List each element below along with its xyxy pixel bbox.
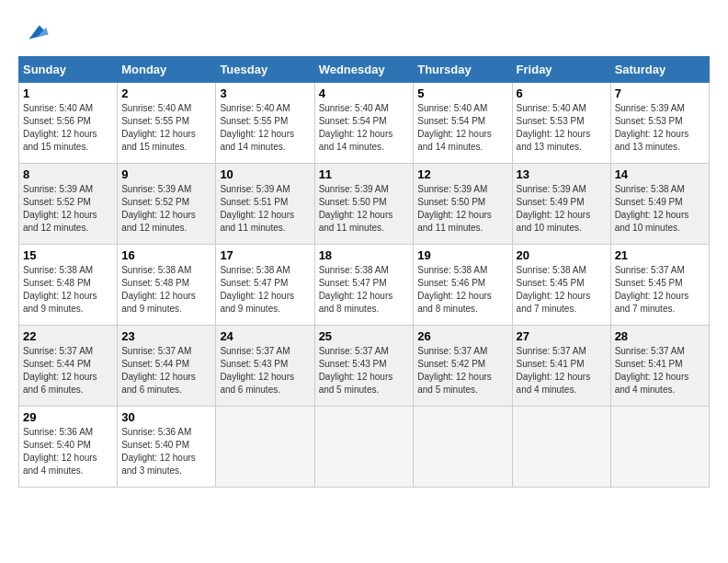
day-number: 17 <box>220 248 310 262</box>
calendar-cell: 27 Sunrise: 5:37 AM Sunset: 5:41 PM Dayl… <box>512 325 610 406</box>
day-info: Sunrise: 5:39 AM Sunset: 5:50 PM Dayligh… <box>417 183 507 235</box>
calendar-week-3: 15 Sunrise: 5:38 AM Sunset: 5:48 PM Dayl… <box>19 244 710 325</box>
weekday-header-monday: Monday <box>118 56 216 82</box>
calendar-cell: 16 Sunrise: 5:38 AM Sunset: 5:48 PM Dayl… <box>118 244 216 325</box>
calendar-cell <box>314 406 414 487</box>
calendar-cell: 24 Sunrise: 5:37 AM Sunset: 5:43 PM Dayl… <box>216 325 314 406</box>
day-info: Sunrise: 5:39 AM Sunset: 5:51 PM Dayligh… <box>220 183 310 235</box>
day-number: 30 <box>121 410 211 424</box>
day-number: 1 <box>23 86 113 100</box>
day-info: Sunrise: 5:37 AM Sunset: 5:44 PM Dayligh… <box>121 345 211 396</box>
day-info: Sunrise: 5:37 AM Sunset: 5:41 PM Dayligh… <box>517 345 607 396</box>
calendar-week-4: 22 Sunrise: 5:37 AM Sunset: 5:44 PM Dayl… <box>19 325 710 406</box>
day-info: Sunrise: 5:40 AM Sunset: 5:55 PM Dayligh… <box>220 102 310 154</box>
day-number: 10 <box>220 167 310 181</box>
calendar-cell: 9 Sunrise: 5:39 AM Sunset: 5:52 PM Dayli… <box>118 163 216 244</box>
calendar-cell: 8 Sunrise: 5:39 AM Sunset: 5:52 PM Dayli… <box>19 163 118 244</box>
day-number: 12 <box>417 167 507 181</box>
calendar-header-row: SundayMondayTuesdayWednesdayThursdayFrid… <box>19 56 710 82</box>
logo-text <box>18 18 50 51</box>
calendar-cell: 26 Sunrise: 5:37 AM Sunset: 5:42 PM Dayl… <box>414 325 512 406</box>
day-number: 25 <box>319 329 410 343</box>
calendar-cell <box>216 406 314 487</box>
day-number: 16 <box>121 248 211 262</box>
day-number: 21 <box>615 248 705 262</box>
day-info: Sunrise: 5:39 AM Sunset: 5:53 PM Dayligh… <box>615 102 705 154</box>
day-info: Sunrise: 5:38 AM Sunset: 5:49 PM Dayligh… <box>615 183 705 235</box>
day-info: Sunrise: 5:39 AM Sunset: 5:49 PM Dayligh… <box>517 183 607 235</box>
day-info: Sunrise: 5:38 AM Sunset: 5:48 PM Dayligh… <box>121 264 211 316</box>
calendar-cell <box>610 406 709 487</box>
day-number: 22 <box>23 329 113 343</box>
day-number: 23 <box>121 329 211 343</box>
day-info: Sunrise: 5:40 AM Sunset: 5:54 PM Dayligh… <box>319 102 410 154</box>
calendar-body: 1 Sunrise: 5:40 AM Sunset: 5:56 PM Dayli… <box>19 82 710 487</box>
calendar-cell: 1 Sunrise: 5:40 AM Sunset: 5:56 PM Dayli… <box>19 82 118 163</box>
day-number: 7 <box>615 86 705 100</box>
day-number: 24 <box>220 329 310 343</box>
calendar-week-1: 1 Sunrise: 5:40 AM Sunset: 5:56 PM Dayli… <box>19 82 710 163</box>
day-number: 18 <box>319 248 410 262</box>
calendar-cell: 13 Sunrise: 5:39 AM Sunset: 5:49 PM Dayl… <box>512 163 610 244</box>
weekday-header-saturday: Saturday <box>610 56 709 82</box>
page-header <box>18 18 710 47</box>
calendar-cell: 23 Sunrise: 5:37 AM Sunset: 5:44 PM Dayl… <box>118 325 216 406</box>
calendar-cell: 15 Sunrise: 5:38 AM Sunset: 5:48 PM Dayl… <box>19 244 118 325</box>
calendar-week-5: 29 Sunrise: 5:36 AM Sunset: 5:40 PM Dayl… <box>19 406 710 487</box>
day-number: 15 <box>23 248 113 262</box>
day-number: 4 <box>319 86 410 100</box>
weekday-header-sunday: Sunday <box>19 56 118 82</box>
calendar-cell: 21 Sunrise: 5:37 AM Sunset: 5:45 PM Dayl… <box>610 244 709 325</box>
day-info: Sunrise: 5:40 AM Sunset: 5:54 PM Dayligh… <box>417 102 507 154</box>
day-number: 14 <box>615 167 705 181</box>
day-info: Sunrise: 5:37 AM Sunset: 5:41 PM Dayligh… <box>615 345 705 396</box>
calendar-cell: 7 Sunrise: 5:39 AM Sunset: 5:53 PM Dayli… <box>610 82 709 163</box>
day-number: 28 <box>615 329 705 343</box>
calendar-cell: 14 Sunrise: 5:38 AM Sunset: 5:49 PM Dayl… <box>610 163 709 244</box>
day-number: 13 <box>517 167 607 181</box>
calendar-cell: 2 Sunrise: 5:40 AM Sunset: 5:55 PM Dayli… <box>118 82 216 163</box>
day-number: 20 <box>517 248 607 262</box>
day-info: Sunrise: 5:40 AM Sunset: 5:56 PM Dayligh… <box>23 102 113 154</box>
day-info: Sunrise: 5:39 AM Sunset: 5:50 PM Dayligh… <box>319 183 410 235</box>
day-info: Sunrise: 5:37 AM Sunset: 5:44 PM Dayligh… <box>23 345 113 396</box>
weekday-header-tuesday: Tuesday <box>216 56 314 82</box>
day-number: 19 <box>417 248 507 262</box>
day-info: Sunrise: 5:38 AM Sunset: 5:47 PM Dayligh… <box>220 264 310 316</box>
weekday-header-wednesday: Wednesday <box>314 56 414 82</box>
day-number: 11 <box>319 167 410 181</box>
calendar-cell: 4 Sunrise: 5:40 AM Sunset: 5:54 PM Dayli… <box>314 82 414 163</box>
calendar-cell <box>512 406 610 487</box>
day-info: Sunrise: 5:38 AM Sunset: 5:45 PM Dayligh… <box>517 264 607 316</box>
calendar-cell: 28 Sunrise: 5:37 AM Sunset: 5:41 PM Dayl… <box>610 325 709 406</box>
calendar-cell: 30 Sunrise: 5:36 AM Sunset: 5:40 PM Dayl… <box>118 406 216 487</box>
weekday-header-friday: Friday <box>512 56 610 82</box>
day-number: 5 <box>417 86 507 100</box>
logo-icon <box>22 18 50 46</box>
calendar-cell: 11 Sunrise: 5:39 AM Sunset: 5:50 PM Dayl… <box>314 163 414 244</box>
day-number: 29 <box>23 410 113 424</box>
day-number: 6 <box>517 86 607 100</box>
calendar-cell: 6 Sunrise: 5:40 AM Sunset: 5:53 PM Dayli… <box>512 82 610 163</box>
logo <box>18 18 50 47</box>
day-info: Sunrise: 5:36 AM Sunset: 5:40 PM Dayligh… <box>121 426 211 477</box>
weekday-header-thursday: Thursday <box>414 56 512 82</box>
calendar-cell: 29 Sunrise: 5:36 AM Sunset: 5:40 PM Dayl… <box>19 406 118 487</box>
day-info: Sunrise: 5:38 AM Sunset: 5:48 PM Dayligh… <box>23 264 113 316</box>
day-info: Sunrise: 5:36 AM Sunset: 5:40 PM Dayligh… <box>23 426 113 477</box>
calendar-cell: 19 Sunrise: 5:38 AM Sunset: 5:46 PM Dayl… <box>414 244 512 325</box>
calendar-week-2: 8 Sunrise: 5:39 AM Sunset: 5:52 PM Dayli… <box>19 163 710 244</box>
day-number: 26 <box>417 329 507 343</box>
day-number: 27 <box>517 329 607 343</box>
day-info: Sunrise: 5:40 AM Sunset: 5:53 PM Dayligh… <box>517 102 607 154</box>
calendar-cell: 25 Sunrise: 5:37 AM Sunset: 5:43 PM Dayl… <box>314 325 414 406</box>
day-number: 8 <box>23 167 113 181</box>
day-info: Sunrise: 5:37 AM Sunset: 5:43 PM Dayligh… <box>319 345 410 396</box>
calendar-cell: 17 Sunrise: 5:38 AM Sunset: 5:47 PM Dayl… <box>216 244 314 325</box>
day-info: Sunrise: 5:40 AM Sunset: 5:55 PM Dayligh… <box>121 102 211 154</box>
day-number: 2 <box>121 86 211 100</box>
calendar-cell: 3 Sunrise: 5:40 AM Sunset: 5:55 PM Dayli… <box>216 82 314 163</box>
calendar-table: SundayMondayTuesdayWednesdayThursdayFrid… <box>18 56 710 488</box>
day-info: Sunrise: 5:38 AM Sunset: 5:46 PM Dayligh… <box>417 264 507 316</box>
calendar-cell: 5 Sunrise: 5:40 AM Sunset: 5:54 PM Dayli… <box>414 82 512 163</box>
